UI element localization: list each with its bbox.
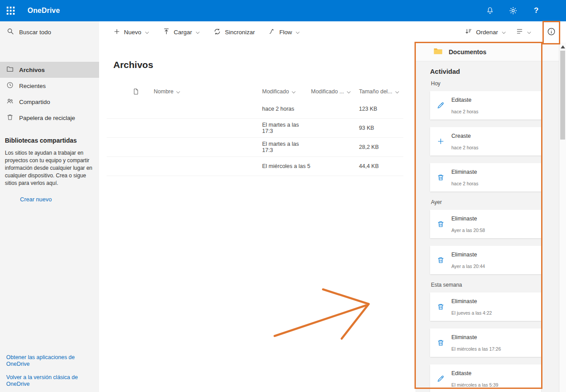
bell-icon[interactable] — [485, 6, 495, 16]
chevron-down-icon — [502, 30, 506, 34]
chevron-down-icon — [145, 30, 149, 34]
view-options-button[interactable] — [516, 28, 531, 36]
sidebar: Archivos Recientes Compartido Papelera d… — [0, 43, 99, 392]
activity-action: Eliminaste — [451, 334, 501, 340]
help-icon[interactable]: ? — [531, 6, 541, 16]
sidebar-nav: Archivos Recientes Compartido Papelera d… — [0, 62, 99, 126]
trash-icon — [436, 303, 445, 311]
sidebar-item-compartido[interactable]: Compartido — [0, 94, 99, 110]
flow-button[interactable]: Flow — [268, 28, 300, 36]
sidebar-item-papelera[interactable]: Papelera de reciclaje — [0, 110, 99, 126]
activity-item: EliminasteAyer a las 20:58 — [430, 210, 541, 238]
activity-group-label: Ayer — [431, 199, 559, 205]
list-view-icon — [516, 28, 523, 36]
chevron-down-icon — [291, 90, 296, 94]
create-new-link[interactable]: Crear nuevo — [20, 196, 99, 203]
shared-libraries-title: Bibliotecas compartidas — [5, 137, 99, 144]
search-icon — [7, 28, 14, 36]
details-title: Documentos — [449, 48, 486, 56]
activity-action: Creaste — [451, 133, 478, 139]
activity-time: El miércoles a las 17:26 — [451, 346, 501, 352]
folder-yellow-icon — [433, 46, 443, 58]
details-panel: Documentos Actividad Hoy Editastehace 2 … — [415, 43, 559, 392]
sidebar-item-archivos[interactable]: Archivos — [0, 62, 99, 78]
info-icon — [547, 27, 556, 38]
details-pane-button[interactable] — [546, 27, 557, 38]
table-row[interactable]: El miércoles a las 5 44,4 KB — [107, 157, 403, 176]
sort-button[interactable]: Ordenar — [465, 28, 506, 36]
scroll-up-arrow-icon[interactable] — [561, 45, 565, 48]
command-bar: Nuevo Cargar Sincronizar Flow — [99, 21, 566, 43]
sync-icon — [213, 28, 221, 37]
sync-button-label: Sincronizar — [225, 29, 255, 36]
cell-modified: El miércoles a las 5 — [262, 163, 311, 169]
scrollbar[interactable] — [559, 43, 566, 392]
activity-item: Editastehace 2 horas — [430, 91, 541, 120]
sidebar-item-recientes[interactable]: Recientes — [0, 78, 99, 94]
sidebar-footer: Obtener las aplicaciones de OneDrive Vol… — [6, 354, 89, 388]
activity-time: Ayer a las 20:58 — [451, 228, 485, 233]
activity-time: Ayer a las 20:44 — [451, 264, 485, 269]
sidebar-item-label: Recientes — [19, 83, 46, 89]
column-nombre[interactable]: Nombre — [154, 88, 262, 95]
table-row[interactable]: El martes a las 17:3 93 KB — [107, 119, 403, 138]
app-launcher-icon[interactable] — [0, 0, 21, 21]
activity-time: hace 2 horas — [451, 181, 478, 186]
top-bar: OneDrive ? — [0, 0, 566, 21]
activity-section: Actividad Hoy Editastehace 2 horas Creas… — [415, 61, 559, 392]
recycle-bin-icon — [6, 113, 14, 122]
activity-action: Editaste — [451, 97, 478, 103]
activity-item: EditasteEl miércoles a las 5:39 — [430, 364, 541, 392]
scrollbar-thumb[interactable] — [560, 51, 565, 140]
activity-time: El miércoles a las 5:39 — [451, 382, 498, 388]
cell-modified: hace 2 horas — [262, 106, 311, 112]
gear-icon[interactable] — [508, 6, 518, 16]
search-placeholder: Buscar todo — [19, 29, 51, 36]
edit-icon — [436, 375, 445, 383]
activity-item: EliminasteEl miércoles a las 17:26 — [430, 328, 541, 357]
activity-item: EliminasteAyer a las 20:44 — [430, 246, 541, 274]
activity-item: EliminasteEl jueves a las 4:22 — [430, 292, 541, 321]
activity-action: Eliminaste — [451, 252, 485, 258]
trash-icon — [436, 220, 445, 228]
table-row[interactable]: El martes a las 17:3 28,2 KB — [107, 138, 403, 157]
cell-size: 44,4 KB — [359, 163, 403, 169]
trash-icon — [436, 256, 445, 264]
chevron-down-icon — [527, 30, 531, 34]
command-row: Buscar todo Nuevo Cargar Sincronizar — [0, 21, 566, 43]
column-modificado[interactable]: Modificado — [262, 88, 311, 95]
new-button[interactable]: Nuevo — [113, 28, 149, 36]
column-tamano[interactable]: Tamaño del... — [359, 88, 403, 95]
sync-button[interactable]: Sincronizar — [213, 28, 255, 37]
activity-action: Eliminaste — [451, 298, 492, 304]
main-content: Archivos Nombre Modificado Modificado ..… — [99, 43, 415, 392]
new-button-label: Nuevo — [124, 29, 141, 36]
sort-icon — [465, 28, 472, 36]
activity-item: Creastehace 2 horas — [430, 127, 541, 156]
activity-time: El jueves a las 4:22 — [451, 310, 492, 316]
upload-icon — [163, 28, 170, 36]
chevron-down-icon — [195, 30, 200, 34]
classic-version-link[interactable]: Volver a la versión clásica de OneDrive — [6, 374, 89, 388]
cell-modified: El martes a las 17:3 — [262, 141, 311, 153]
activity-item: Eliminastehace 2 horas — [430, 163, 541, 192]
activity-title: Actividad — [430, 68, 559, 75]
get-apps-link[interactable]: Obtener las aplicaciones de OneDrive — [6, 354, 89, 368]
sidebar-item-label: Papelera de reciclaje — [19, 115, 75, 121]
plus-icon — [113, 28, 120, 36]
activity-time: hace 2 horas — [451, 145, 478, 150]
upload-button[interactable]: Cargar — [163, 28, 200, 36]
details-header: Documentos — [415, 43, 559, 61]
trash-icon — [436, 339, 445, 347]
folder-icon — [6, 65, 14, 74]
flow-button-label: Flow — [279, 29, 292, 36]
sidebar-item-label: Compartido — [19, 99, 50, 105]
cell-size: 93 KB — [359, 125, 403, 131]
chevron-down-icon — [395, 90, 399, 94]
chevron-down-icon — [295, 30, 300, 34]
column-modificado-fecha[interactable]: Modificado ... — [311, 88, 359, 95]
chevron-down-icon — [347, 90, 351, 94]
table-row[interactable]: hace 2 horas 123 KB — [107, 100, 403, 119]
activity-group-label: Esta semana — [431, 282, 559, 288]
search-input[interactable]: Buscar todo — [0, 21, 99, 43]
